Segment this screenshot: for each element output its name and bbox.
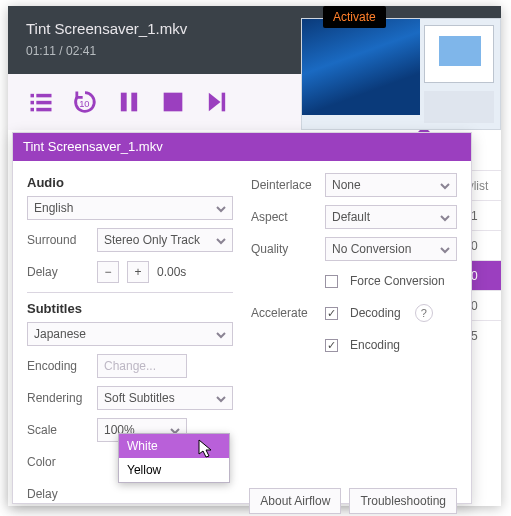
delay-minus-button[interactable]: − bbox=[97, 261, 119, 283]
audio-delay-value: 0.00s bbox=[157, 265, 186, 279]
svg-rect-0 bbox=[31, 94, 35, 98]
stop-icon[interactable] bbox=[158, 87, 188, 117]
svg-rect-5 bbox=[36, 108, 51, 112]
about-button[interactable]: About Airflow bbox=[249, 488, 341, 514]
audio-track-select[interactable]: English bbox=[27, 196, 233, 220]
force-conversion-checkbox[interactable] bbox=[325, 275, 338, 288]
subtitles-section-title: Subtitles bbox=[27, 301, 233, 316]
delay-plus-button[interactable]: + bbox=[127, 261, 149, 283]
time-duration: 02:41 bbox=[66, 44, 96, 58]
accelerate-label: Accelerate bbox=[251, 306, 317, 320]
quality-select[interactable]: No Conversion bbox=[325, 237, 457, 261]
surround-select[interactable]: Stereo Only Track bbox=[97, 228, 233, 252]
subtitle-track-select[interactable]: Japanese bbox=[27, 322, 233, 346]
aspect-label: Aspect bbox=[251, 210, 317, 224]
pause-icon[interactable] bbox=[114, 87, 144, 117]
settings-popover: Tint Screensaver_1.mkv Audio English Sur… bbox=[12, 132, 472, 504]
svg-rect-1 bbox=[36, 94, 51, 98]
svg-text:10: 10 bbox=[79, 99, 89, 109]
svg-rect-3 bbox=[36, 101, 51, 105]
time-position: 01:11 bbox=[26, 44, 56, 58]
surround-label: Surround bbox=[27, 233, 89, 247]
svg-rect-9 bbox=[164, 93, 183, 112]
video-preview bbox=[302, 19, 420, 115]
chevron-down-icon bbox=[440, 212, 450, 222]
right-column: Deinterlace None Aspect Default Quality bbox=[251, 173, 457, 514]
troubleshooting-button[interactable]: Troubleshooting bbox=[349, 488, 457, 514]
svg-rect-8 bbox=[131, 93, 137, 112]
chevron-down-icon bbox=[216, 393, 226, 403]
svg-rect-10 bbox=[222, 93, 226, 112]
rendering-select[interactable]: Soft Subtitles bbox=[97, 386, 233, 410]
audio-delay-label: Delay bbox=[27, 265, 89, 279]
svg-rect-4 bbox=[31, 108, 35, 112]
next-icon[interactable] bbox=[202, 87, 232, 117]
thumbnail bbox=[424, 25, 494, 83]
audio-section-title: Audio bbox=[27, 175, 233, 190]
aspect-select[interactable]: Default bbox=[325, 205, 457, 229]
chevron-down-icon bbox=[216, 203, 226, 213]
subtitle-delay-label: Delay bbox=[27, 487, 89, 501]
accel-decoding-checkbox[interactable] bbox=[325, 307, 338, 320]
list-icon[interactable] bbox=[26, 87, 56, 117]
file-title: Tint Screensaver_1.mkv bbox=[26, 20, 187, 37]
popover-title: Tint Screensaver_1.mkv bbox=[13, 133, 471, 161]
svg-rect-2 bbox=[31, 101, 35, 105]
encoding-label: Encoding bbox=[27, 359, 89, 373]
quality-label: Quality bbox=[251, 242, 317, 256]
svg-rect-7 bbox=[121, 93, 127, 112]
activate-badge[interactable]: Activate bbox=[323, 6, 386, 28]
thumbnail-strip bbox=[424, 91, 494, 123]
accel-encoding-label: Encoding bbox=[350, 338, 400, 352]
rendering-label: Rendering bbox=[27, 391, 89, 405]
accel-decoding-label: Decoding bbox=[350, 306, 401, 320]
force-conversion-label: Force Conversion bbox=[350, 274, 445, 288]
time-display: 01:11 / 02:41 bbox=[26, 44, 96, 58]
encoding-button[interactable]: Change... bbox=[97, 354, 187, 378]
chevron-down-icon bbox=[440, 244, 450, 254]
preview-panel bbox=[301, 18, 501, 130]
rewind-10-icon[interactable]: 10 bbox=[70, 87, 100, 117]
chevron-down-icon bbox=[216, 235, 226, 245]
accel-encoding-checkbox[interactable] bbox=[325, 339, 338, 352]
color-label: Color bbox=[27, 455, 89, 469]
chevron-down-icon bbox=[216, 329, 226, 339]
chevron-down-icon bbox=[440, 180, 450, 190]
scale-label: Scale bbox=[27, 423, 89, 437]
help-icon[interactable]: ? bbox=[415, 304, 433, 322]
deinterlace-label: Deinterlace bbox=[251, 178, 317, 192]
cursor-icon bbox=[198, 439, 214, 463]
deinterlace-select[interactable]: None bbox=[325, 173, 457, 197]
